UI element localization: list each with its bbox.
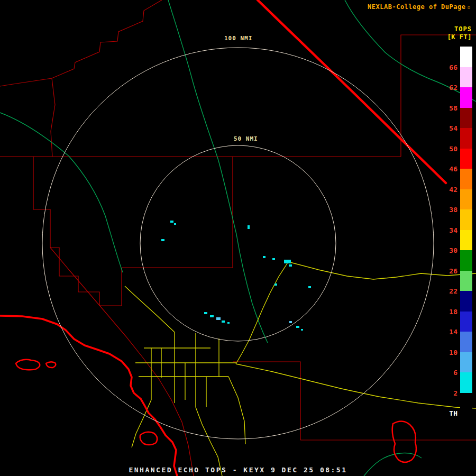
legend-value: 6 bbox=[438, 369, 457, 377]
legend-swatch bbox=[460, 332, 472, 352]
legend-entry: 54 bbox=[460, 108, 472, 129]
echo-return bbox=[289, 264, 292, 267]
radar-display: NEXLAB-College of DuPage▫ 100 NMI 50 NMI… bbox=[0, 0, 476, 476]
echo-return bbox=[227, 322, 230, 324]
echo-return bbox=[170, 221, 173, 223]
rivers bbox=[0, 0, 476, 476]
echo-return bbox=[216, 317, 221, 320]
brand-text: NEXLAB-College of DuPage bbox=[368, 3, 465, 11]
echo-return bbox=[204, 312, 207, 314]
legend-value: 26 bbox=[438, 268, 457, 275]
legend-value: 46 bbox=[438, 166, 457, 173]
legend-value: 38 bbox=[438, 206, 457, 214]
echo-return bbox=[284, 260, 291, 263]
echo-return bbox=[161, 239, 164, 241]
legend-entry: 22 bbox=[460, 271, 472, 291]
legend-swatch bbox=[460, 230, 472, 251]
highways bbox=[0, 0, 446, 476]
legend-swatch bbox=[460, 108, 472, 129]
echo-returns bbox=[161, 221, 311, 331]
echo-return bbox=[308, 286, 311, 288]
legend-units: [K FT] bbox=[447, 33, 472, 41]
legend-entry: 46 bbox=[460, 149, 472, 169]
legend-value: 62 bbox=[438, 84, 457, 91]
legend-value: 66 bbox=[438, 64, 457, 71]
legend-value: TH bbox=[438, 410, 457, 417]
legend-swatch bbox=[460, 393, 472, 414]
legend-value: 14 bbox=[438, 328, 457, 336]
echo-return bbox=[174, 223, 176, 225]
echo-return bbox=[272, 258, 275, 260]
legend-entry: 26 bbox=[460, 250, 472, 271]
legend-title: TOPS bbox=[454, 25, 472, 33]
legend-entry: 30 bbox=[460, 230, 472, 251]
legend-entry: 58 bbox=[460, 87, 472, 108]
legend-entry: 10 bbox=[460, 332, 472, 352]
echo-return bbox=[222, 321, 225, 323]
legend-swatch bbox=[460, 312, 472, 332]
county-boundaries bbox=[0, 0, 476, 476]
brand-badge-icon: ▫ bbox=[467, 4, 471, 10]
legend-value: 30 bbox=[438, 247, 457, 254]
legend-entry: 2 bbox=[460, 372, 472, 393]
legend-entry: 38 bbox=[460, 189, 472, 210]
echo-return bbox=[210, 315, 214, 317]
legend-swatch bbox=[460, 372, 472, 393]
ring-label-50nmi: 50 NMI bbox=[234, 135, 258, 142]
legend-value: 34 bbox=[438, 227, 457, 234]
legend-value: 10 bbox=[438, 349, 457, 356]
legend-value: 22 bbox=[438, 288, 457, 295]
echo-return bbox=[301, 329, 303, 331]
legend-entry: TH bbox=[460, 393, 472, 414]
legend-entry: 66 bbox=[460, 47, 472, 67]
legend-swatch bbox=[460, 291, 472, 312]
legend-swatch bbox=[460, 189, 472, 210]
colorbar: 66625854504642383430262218141062TH bbox=[460, 47, 472, 413]
legend-entry: 42 bbox=[460, 169, 472, 189]
legend-swatch bbox=[460, 67, 472, 88]
legend-value: 54 bbox=[438, 125, 457, 132]
echo-return bbox=[289, 321, 292, 323]
legend-entry: 50 bbox=[460, 128, 472, 149]
status-bar: ENHANCED ECHO TOPS - KEYX 9 DEC 25 08:51 bbox=[0, 466, 476, 474]
legend-swatch bbox=[460, 47, 472, 67]
echo-return bbox=[274, 283, 277, 286]
legend-value: 58 bbox=[438, 105, 457, 112]
brand: NEXLAB-College of DuPage▫ bbox=[368, 3, 471, 11]
legend-swatch bbox=[460, 271, 472, 291]
legend-entry: 18 bbox=[460, 291, 472, 312]
legend-swatch bbox=[460, 209, 472, 230]
legend-swatch bbox=[460, 352, 472, 373]
echo-return bbox=[263, 256, 266, 258]
echo-return bbox=[296, 326, 299, 328]
legend-value: 50 bbox=[438, 145, 457, 153]
ring-label-100nmi: 100 NMI bbox=[224, 35, 252, 42]
legend-swatch bbox=[460, 250, 472, 271]
echo-return bbox=[248, 225, 250, 229]
legend-swatch bbox=[460, 149, 472, 169]
legend-value: 2 bbox=[438, 390, 457, 397]
legend-value: 42 bbox=[438, 186, 457, 194]
legend-swatch bbox=[460, 87, 472, 108]
legend-entry: 14 bbox=[460, 312, 472, 332]
legend-value: 18 bbox=[438, 308, 457, 316]
radar-map bbox=[0, 0, 476, 476]
legend-swatch bbox=[460, 169, 472, 189]
legend-entry: 6 bbox=[460, 352, 472, 373]
legend-entry: 62 bbox=[460, 67, 472, 88]
legend-swatch bbox=[460, 128, 472, 149]
legend-entry: 34 bbox=[460, 209, 472, 230]
